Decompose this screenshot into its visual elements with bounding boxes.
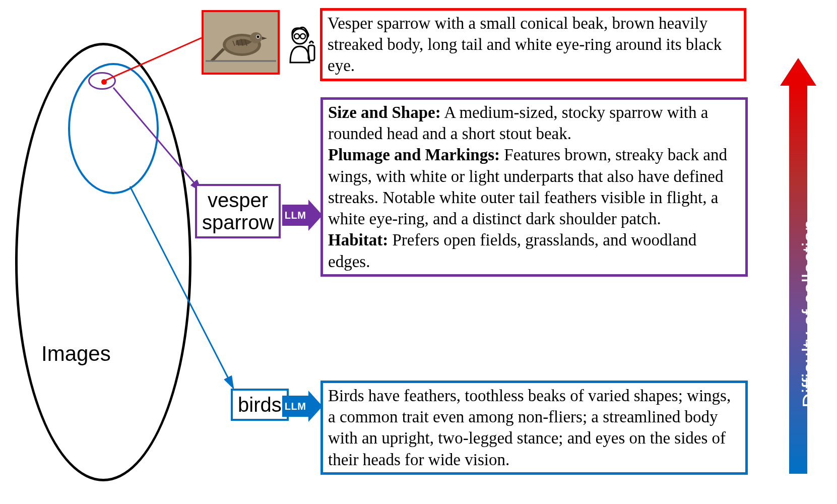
instance-point (101, 79, 107, 85)
svg-point-6 (256, 36, 259, 38)
category-description-box: Birds have feathers, toothless beaks of … (320, 381, 748, 475)
expert-annotator-icon (282, 21, 317, 67)
species-tag-label: vesper sparrow (202, 189, 274, 233)
llm-badge: LLM (282, 205, 308, 226)
species-plumage: Plumage and Markings: Features brown, st… (328, 144, 741, 229)
category-description-text: Birds have feathers, toothless beaks of … (328, 385, 741, 470)
bird-instance-image (202, 10, 280, 75)
instance-description-text: Vesper sparrow with a small conical beak… (328, 13, 740, 77)
difficulty-label: Difficulty of collection (799, 218, 821, 410)
difficulty-gradient-arrow: Difficulty of collection (782, 55, 814, 474)
svg-point-16 (300, 34, 305, 39)
arrow-up-icon (780, 58, 816, 86)
species-tag: vesper sparrow (195, 184, 281, 238)
instance-description-box: Vesper sparrow with a small conical beak… (320, 8, 746, 81)
svg-point-15 (294, 34, 299, 39)
category-tag-label: birds (238, 394, 282, 416)
svg-marker-8 (262, 37, 267, 40)
category-tag: birds (231, 389, 289, 421)
species-habitat: Habitat: Prefers open fields, grasslands… (328, 229, 741, 272)
llm-badge: LLM (282, 396, 308, 417)
images-label: Images (41, 342, 111, 366)
diagram-canvas: Images (0, 0, 837, 504)
species-size: Size and Shape: A medium-sized, stocky s… (328, 102, 741, 144)
species-description-box: Size and Shape: A medium-sized, stocky s… (320, 97, 748, 277)
svg-point-5 (250, 32, 262, 43)
